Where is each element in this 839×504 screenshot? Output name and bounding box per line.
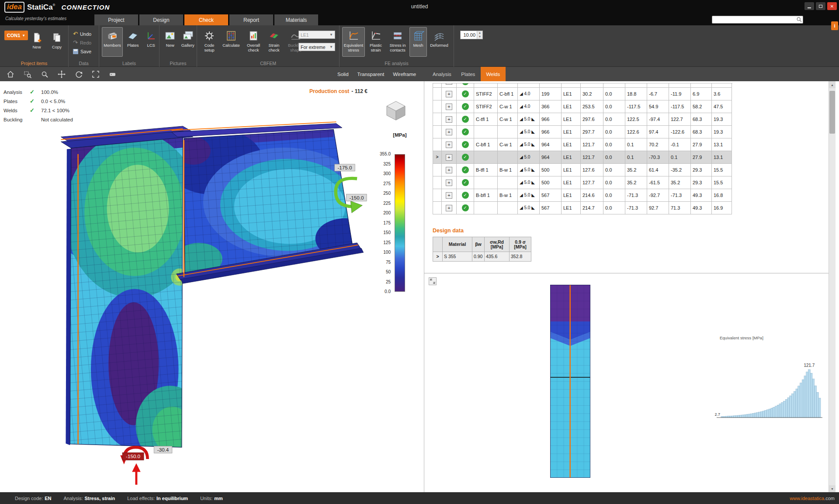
- strain-check-button[interactable]: Strain check: [264, 27, 284, 57]
- home-view-button[interactable]: [5, 69, 16, 79]
- fem-model-scene[interactable]: -175.0 -150.0 -30.4 -150.0: [0, 81, 424, 492]
- minimize-button[interactable]: [804, 2, 814, 10]
- zoom-button[interactable]: [39, 69, 50, 79]
- save-button[interactable]: Save: [73, 48, 99, 55]
- row-expander[interactable]: [433, 164, 442, 176]
- weld-table-row[interactable]: +✓◢ 5.0 ◣567LE1214.70.0-71.392.771.349.3…: [433, 202, 732, 214]
- weld-detail-view[interactable]: [550, 285, 590, 478]
- search-input[interactable]: [712, 17, 796, 22]
- brand-slogan: Calculate yesterday's estimates: [5, 16, 66, 21]
- equivalent-stress-toggle[interactable]: Equivalent stress: [342, 27, 365, 57]
- panel-tab-plates[interactable]: Plates: [456, 67, 481, 81]
- plus-button[interactable]: +: [446, 104, 452, 110]
- deformed-toggle[interactable]: Deformed: [428, 27, 451, 57]
- website-link[interactable]: www.ideastatica.com: [790, 496, 835, 501]
- zoom-window-button[interactable]: [22, 69, 33, 79]
- panel-tab-analysis[interactable]: Analysis: [428, 67, 456, 81]
- info-button[interactable]: i: [831, 21, 838, 30]
- search-box[interactable]: [712, 16, 803, 24]
- overall-check-button[interactable]: Overall check: [243, 27, 263, 57]
- row-expander[interactable]: [433, 83, 442, 88]
- row-expander[interactable]: [433, 202, 442, 214]
- redo-button[interactable]: ↷Redo: [73, 39, 99, 46]
- tab-project[interactable]: Project: [94, 14, 138, 25]
- weld-table-row[interactable]: +✓◢ 5.0 ◣500LE1127.70.035.2-61.535.229.3…: [433, 176, 732, 189]
- weld-table-row[interactable]: +✓: [433, 83, 732, 88]
- picture-gallery-button[interactable]: Gallery: [179, 27, 197, 57]
- model-viewport[interactable]: -175.0 -150.0 -30.4 -150.0 Analysis✓100.…: [0, 81, 424, 492]
- stress-in-contacts-toggle[interactable]: Stress in contacts: [387, 27, 409, 57]
- view-mode-wireframe[interactable]: Wireframe: [393, 72, 416, 77]
- deformed-icon: [433, 30, 445, 42]
- plus-button[interactable]: +: [446, 129, 452, 135]
- plus-button[interactable]: +: [446, 91, 452, 97]
- picture-new-button[interactable]: New: [162, 27, 178, 57]
- view-mode-solid[interactable]: Solid: [337, 72, 349, 77]
- spinner-down-icon[interactable]: ▼: [477, 35, 482, 39]
- tab-check[interactable]: Check: [184, 14, 228, 25]
- lcs-axes-icon: [145, 30, 157, 42]
- labels-members-toggle[interactable]: Members: [102, 27, 123, 57]
- plus-button[interactable]: +: [446, 154, 452, 161]
- zoom-fit-button[interactable]: [90, 69, 101, 79]
- weld-table-row[interactable]: +✓C-bfl 1C-w 1◢ 5.0 ◣964LE1121.70.00.170…: [433, 138, 732, 151]
- row-expander[interactable]: [433, 88, 442, 100]
- row-expander[interactable]: [433, 176, 442, 189]
- pan-button[interactable]: [56, 69, 67, 79]
- panel-tab-welds[interactable]: Welds: [481, 67, 506, 81]
- weld-table-row[interactable]: +✓STIFF2C-bfl 1◢ 4.0199LE130.20.018.8-6.…: [433, 88, 732, 100]
- row-expander[interactable]: [433, 113, 442, 126]
- row-expander[interactable]: [433, 138, 442, 151]
- orientation-cube[interactable]: [381, 97, 410, 121]
- label-tag-button[interactable]: [107, 69, 118, 79]
- tab-design[interactable]: Design: [139, 14, 183, 25]
- close-button[interactable]: ✕: [827, 2, 837, 10]
- panel-scrollbar[interactable]: ▲ ▼: [829, 81, 836, 492]
- weld-table-row[interactable]: +✓B-tfl 1B-w 1◢ 5.0 ◣500LE1127.60.035.26…: [433, 164, 732, 176]
- view-mode-transparent[interactable]: Transparent: [357, 72, 385, 77]
- copy-item-button[interactable]: Copy: [48, 29, 66, 59]
- maximize-button[interactable]: [816, 2, 825, 10]
- row-expander[interactable]: [433, 100, 442, 113]
- weld-table-row[interactable]: >+✓◢ 5.0964LE1121.70.00.1-70.30.127.913.…: [433, 151, 732, 164]
- plus-button[interactable]: +: [446, 116, 452, 123]
- code-setup-button[interactable]: Code setup: [200, 27, 219, 57]
- weld-value-cell: [669, 83, 691, 88]
- plus-button[interactable]: +: [446, 167, 452, 173]
- load-case-select[interactable]: LE1▼: [298, 31, 335, 39]
- deformed-scale-spinner[interactable]: 10.00 ▲▼: [460, 31, 483, 39]
- tab-materials[interactable]: Materials: [274, 14, 318, 25]
- weld-table-row[interactable]: +✓STIFF2C-w 1◢ 4.0366LE1253.50.0-117.554…: [433, 100, 732, 113]
- row-expander[interactable]: [433, 126, 442, 138]
- undo-button[interactable]: ↶Undo: [73, 31, 99, 37]
- labels-plates-toggle[interactable]: Plates: [124, 27, 142, 57]
- plus-button[interactable]: +: [446, 180, 452, 186]
- calculate-button[interactable]: Calculate: [220, 27, 243, 57]
- plus-button[interactable]: +: [446, 205, 452, 211]
- spinner-up-icon[interactable]: ▲: [477, 31, 482, 35]
- row-expander[interactable]: [433, 189, 442, 202]
- design-data-row[interactable]: > S 355 0.90 435.6 352.8: [433, 252, 531, 262]
- expand-detail-button[interactable]: [429, 277, 437, 285]
- extreme-select[interactable]: For extreme▼: [298, 43, 335, 51]
- rotate-button[interactable]: [73, 69, 84, 79]
- weld-table-row[interactable]: +✓◢ 5.0 ◣966LE1297.70.0122.697.4-122.668…: [433, 126, 732, 138]
- dd-row-expander[interactable]: >: [433, 252, 443, 262]
- labels-lcs-toggle[interactable]: LCS: [143, 27, 159, 57]
- scroll-down-icon[interactable]: ▼: [829, 485, 836, 492]
- plastic-strain-toggle[interactable]: Plastic strain: [366, 27, 386, 57]
- weld-value-cell: -71.3: [669, 189, 691, 202]
- scroll-up-icon[interactable]: ▲: [829, 81, 836, 88]
- new-project-button[interactable]: New: [28, 29, 45, 59]
- weld-table-row[interactable]: +✓B-bfl 1B-w 1◢ 5.0 ◣567LE1214.60.0-71.3…: [433, 189, 732, 202]
- plus-button[interactable]: +: [446, 83, 452, 85]
- weld-table-row[interactable]: +✓C-tfl 1C-w 1◢ 5.0 ◣966LE1297.60.0122.5…: [433, 113, 732, 126]
- row-expander[interactable]: >: [433, 151, 442, 164]
- plus-button[interactable]: +: [446, 142, 452, 148]
- spinner-steppers[interactable]: ▲▼: [477, 31, 482, 39]
- plus-button[interactable]: +: [446, 192, 452, 199]
- mesh-toggle[interactable]: Mesh: [409, 27, 427, 57]
- connection-item-dropdown[interactable]: CON1▼: [4, 31, 28, 40]
- scrollbar-thumb[interactable]: [829, 91, 835, 134]
- tab-report[interactable]: Report: [229, 14, 273, 25]
